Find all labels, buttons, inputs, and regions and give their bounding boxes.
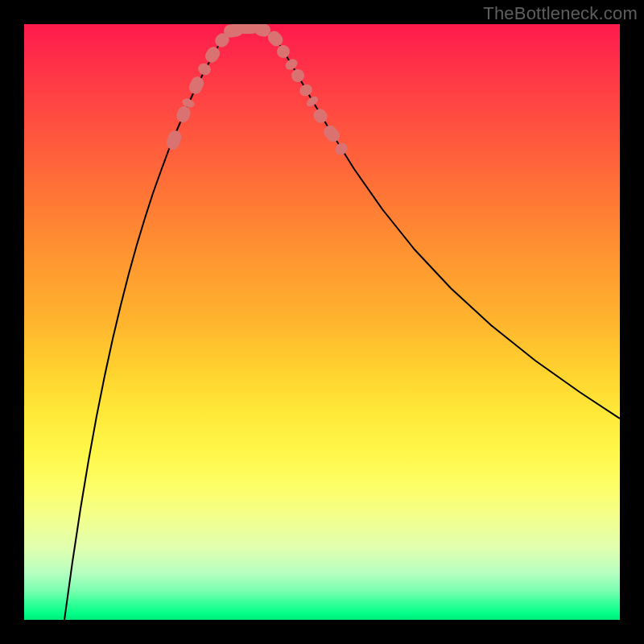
plot-area <box>24 24 620 620</box>
watermark-text: TheBottleneck.com <box>483 3 638 24</box>
bead-marker <box>187 75 206 97</box>
bead-marker <box>196 61 213 77</box>
bead-marker <box>203 44 222 64</box>
curve-path <box>64 27 620 620</box>
bead-marker <box>305 94 320 108</box>
bead-marker <box>297 82 314 99</box>
bead-marker <box>175 105 192 124</box>
bead-marker <box>321 122 342 144</box>
bottleneck-curve <box>24 24 620 620</box>
bead-group <box>165 24 350 158</box>
outer-frame: TheBottleneck.com <box>0 0 644 644</box>
bead-marker <box>311 106 330 126</box>
bead-marker <box>165 129 184 151</box>
bead-marker <box>332 140 349 157</box>
